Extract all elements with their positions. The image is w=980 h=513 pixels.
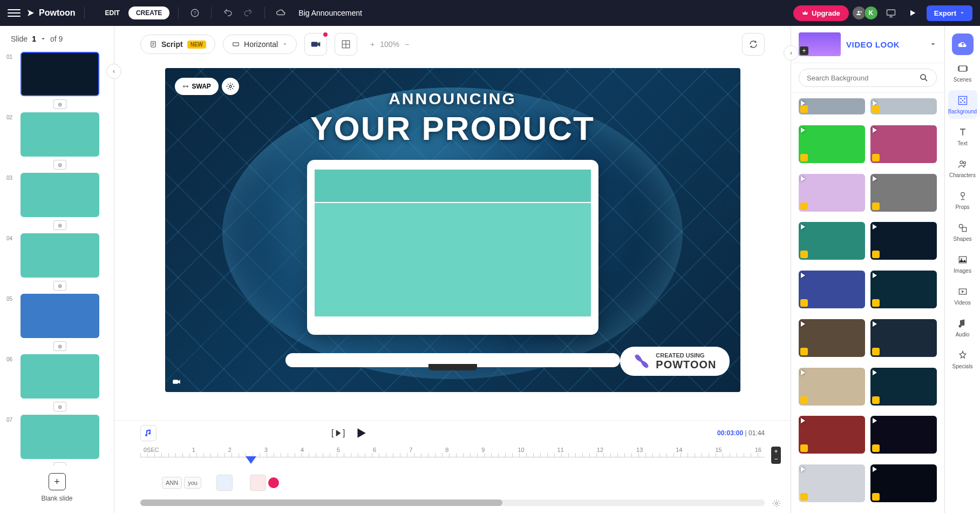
- duplicate-slide-button[interactable]: ⊕: [53, 160, 66, 170]
- library-item[interactable]: [870, 222, 937, 260]
- duplicate-slide-button[interactable]: ⊕: [53, 99, 66, 109]
- zoom-out-button[interactable]: −: [405, 40, 409, 49]
- stage-settings-button[interactable]: [222, 78, 239, 95]
- collapse-library-button[interactable]: ›: [784, 45, 799, 60]
- rail-characters[interactable]: Characters: [948, 154, 977, 183]
- library-item[interactable]: [870, 174, 937, 212]
- slide-thumb-4[interactable]: [21, 233, 99, 278]
- rail-label: Props: [955, 204, 969, 210]
- timeline-clip[interactable]: [216, 475, 233, 491]
- watermark[interactable]: CREATED USING POWTOON: [620, 347, 729, 376]
- duplicate-slide-button[interactable]: ⊕: [53, 341, 66, 351]
- refresh-button[interactable]: [742, 33, 765, 56]
- script-icon: [149, 40, 157, 48]
- library-item[interactable]: [870, 416, 937, 454]
- undo-button[interactable]: [220, 5, 235, 21]
- rail-props[interactable]: Props: [948, 186, 977, 214]
- orientation-button[interactable]: Horizontal: [223, 35, 297, 54]
- timeline-settings-button[interactable]: [772, 499, 781, 508]
- slide-current[interactable]: 1: [32, 35, 36, 43]
- browser-card-element[interactable]: [307, 160, 598, 335]
- timeline-clip[interactable]: [250, 475, 266, 491]
- present-icon[interactable]: [883, 5, 899, 21]
- swap-button[interactable]: SWAP: [175, 78, 219, 95]
- project-title[interactable]: Big Announcement: [298, 9, 362, 17]
- playhead[interactable]: [246, 456, 256, 464]
- library-item[interactable]: [870, 271, 937, 308]
- stage-title-announcing[interactable]: ANNOUNCING: [165, 90, 740, 108]
- rail-audio[interactable]: Audio: [948, 313, 977, 342]
- export-button[interactable]: Export: [927, 5, 972, 21]
- chevron-down-icon[interactable]: [929, 40, 937, 48]
- rail-shapes[interactable]: Shapes: [948, 218, 977, 246]
- timeline-item-you[interactable]: you: [184, 477, 201, 489]
- preview-play-button[interactable]: [904, 4, 921, 22]
- play-button[interactable]: [354, 426, 368, 440]
- upgrade-button[interactable]: Upgrade: [793, 5, 849, 21]
- library-item[interactable]: [799, 222, 865, 260]
- collapse-panel-button[interactable]: ‹: [106, 64, 121, 79]
- stage-title-product[interactable]: YOUR PRODUCT: [165, 109, 740, 147]
- library-item[interactable]: [799, 271, 865, 308]
- audio-track-button[interactable]: [140, 425, 156, 441]
- library-item[interactable]: [870, 319, 937, 357]
- upload-button[interactable]: [952, 33, 974, 55]
- library-item[interactable]: [870, 464, 937, 502]
- library-item[interactable]: [799, 125, 865, 163]
- duplicate-slide-button[interactable]: ⊕: [53, 281, 66, 291]
- library-item[interactable]: [799, 319, 865, 357]
- hamburger-icon[interactable]: [8, 6, 21, 19]
- library-item[interactable]: [799, 174, 865, 212]
- timeline-scrollbar[interactable]: [140, 500, 765, 506]
- redo-button[interactable]: [241, 5, 256, 21]
- zoom-value[interactable]: 100%: [380, 40, 399, 49]
- library-item[interactable]: [870, 125, 937, 163]
- grid-button[interactable]: [335, 33, 357, 56]
- search-box[interactable]: [799, 69, 937, 87]
- avatar-group[interactable]: K: [854, 6, 878, 20]
- chevron-down-icon[interactable]: [40, 36, 46, 42]
- library-item[interactable]: [870, 368, 937, 406]
- library-item[interactable]: [799, 464, 865, 502]
- library-item[interactable]: [799, 368, 865, 406]
- library-item[interactable]: [870, 98, 937, 114]
- edit-mode-button[interactable]: EDIT: [98, 6, 127, 19]
- rail-images[interactable]: Images: [948, 249, 977, 278]
- rail-specials[interactable]: Specials: [948, 345, 977, 374]
- library-item[interactable]: [799, 98, 865, 114]
- library-item[interactable]: [799, 416, 865, 454]
- search-input[interactable]: [807, 74, 915, 82]
- slide-thumb-7[interactable]: [21, 415, 99, 459]
- zoom-in-button[interactable]: +: [370, 40, 375, 49]
- rail-text[interactable]: Text: [948, 122, 977, 151]
- stage[interactable]: SWAP ANNOUNCING YOUR PRODUCT: [165, 68, 740, 392]
- add-blank-slide-button[interactable]: +: [49, 473, 66, 490]
- rail-videos[interactable]: Videos: [948, 281, 977, 310]
- create-mode-button[interactable]: CREATE: [128, 6, 169, 19]
- timeline-marker[interactable]: [268, 477, 279, 488]
- rail-background[interactable]: Background: [948, 90, 977, 119]
- slide-thumb-1[interactable]: [21, 52, 99, 96]
- search-icon[interactable]: [919, 73, 929, 83]
- slide-thumb-3[interactable]: [21, 173, 99, 217]
- slide-thumb-5[interactable]: [21, 294, 99, 338]
- play-range-button[interactable]: []: [331, 427, 346, 439]
- slide-thumb-2[interactable]: [21, 112, 99, 157]
- svg-point-22: [962, 100, 963, 102]
- rail-scenes[interactable]: Scenes: [948, 58, 977, 87]
- script-button[interactable]: Script NEW: [140, 35, 215, 54]
- help-icon[interactable]: ?: [187, 5, 202, 21]
- timeline-item-ann[interactable]: ANN: [162, 477, 182, 489]
- slide-thumb-6[interactable]: [21, 354, 99, 399]
- brand-logo[interactable]: Powtoon: [26, 8, 76, 18]
- duplicate-slide-button[interactable]: ⊕: [53, 402, 66, 411]
- look-thumbnail[interactable]: +: [799, 32, 841, 56]
- user-avatar[interactable]: K: [864, 6, 878, 20]
- duplicate-slide-button[interactable]: ⊕: [53, 220, 66, 230]
- timeline-zoom-control[interactable]: +−: [771, 447, 781, 464]
- scrollbar-thumb[interactable]: [140, 500, 502, 506]
- cloud-save-icon[interactable]: [274, 5, 289, 21]
- camera-overlay-icon[interactable]: [172, 377, 181, 387]
- timeline-ruler[interactable]: 0SEC 1 2 3 4 5 6 7 8 9 10 11 12 13 14 15: [140, 447, 765, 466]
- record-video-button[interactable]: [304, 33, 327, 56]
